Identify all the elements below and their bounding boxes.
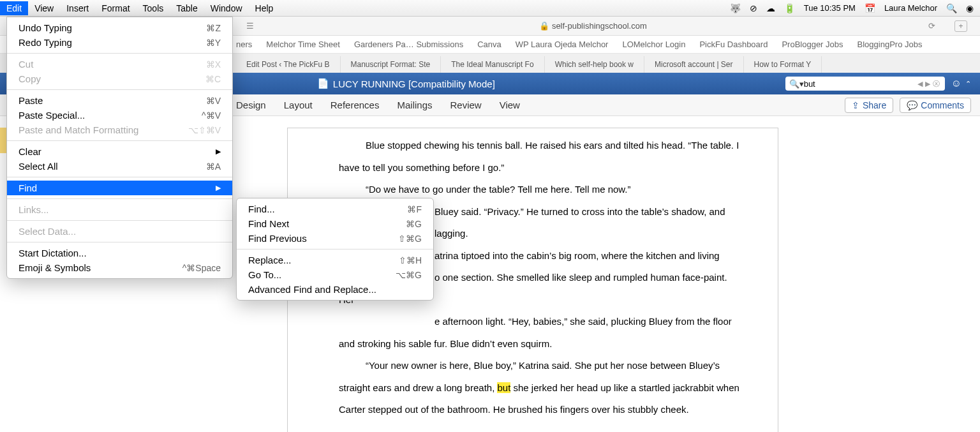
menu-paste-match: Paste and Match Formatting⌥⇧⌘V [7,123,232,137]
menu-separator [7,177,232,177]
submenu-arrow-icon: ▶ [216,147,221,156]
menu-separator [7,89,232,90]
battery-icon[interactable]: 🔋 [784,3,795,13]
browser-tab[interactable]: Which self-help book w [545,56,644,73]
menu-insert[interactable]: Insert [60,1,95,15]
menu-redo[interactable]: Redo Typing⌘Y [7,35,232,50]
bookmark-item[interactable]: LOMelchor Login [622,40,685,49]
paragraph: Blue stopped chewing his tennis ball. He… [339,135,739,179]
bookmark-item[interactable]: PickFu Dashboard [699,40,768,49]
menu-tools[interactable]: Tools [137,1,170,15]
ribbon-tab-design[interactable]: Design [236,100,266,110]
browser-tab[interactable]: Manuscript Format: Ste [341,56,442,73]
menu-separator [7,53,232,54]
bookmark-item[interactable]: WP Laura Ojeda Melchor [516,40,609,49]
link-icon[interactable]: ☁︎ [766,3,775,13]
feedback-icon[interactable]: ☺ [951,78,961,89]
menu-links: Links... [7,202,232,217]
menu-separator [7,198,232,199]
menu-edit[interactable]: Edit [0,1,28,15]
menu-view[interactable]: View [28,1,60,15]
menu-select-all[interactable]: Select All⌘A [7,159,232,174]
document-icon: 📄 [317,78,329,89]
menubar-username[interactable]: Laura Melchor [884,3,937,13]
menu-cut: Cut⌘X [7,57,232,71]
search-next-icon[interactable]: ▶ [924,80,932,88]
paragraph: “Your new owner is here, Blue boy,” Katr… [339,355,739,421]
menu-copy: Copy⌘C [7,71,232,86]
menu-separator [7,242,232,242]
bookmark-item[interactable]: Canva [477,40,501,49]
submenu-arrow-icon: ▶ [216,184,221,192]
menu-emoji[interactable]: Emoji & Symbols^⌘Space [7,260,232,275]
macos-menubar: Edit View Insert Format Tools Table Wind… [0,0,980,17]
ribbon-tab-mailings[interactable]: Mailings [397,100,432,110]
collapse-ribbon-icon[interactable]: ⌃ [965,80,971,88]
ribbon-tab-view[interactable]: View [500,100,520,110]
menubar-clock[interactable]: Tue 10:35 PM [804,3,856,13]
ribbon-tab-layout[interactable]: Layout [284,100,313,110]
document-title: LUCY RUNNING [Compatibility Mode] [333,78,495,89]
lock-icon: 🔒 [539,21,549,31]
bookmark-item[interactable]: BloggingPro Jobs [858,40,923,49]
comments-button[interactable]: 💬Comments [900,98,971,113]
browser-tab[interactable]: The Ideal Manuscript Fo [441,56,544,73]
ribbon-tab-review[interactable]: Review [450,100,482,110]
sidebar-toggle-icon[interactable]: ☰ [242,21,258,31]
submenu-goto[interactable]: Go To...⌥⌘G [237,267,433,282]
menu-help[interactable]: Help [249,1,280,15]
comment-icon: 💬 [907,100,917,110]
find-submenu: Find...⌘F Find Next⌘G Find Previous⇧⌘G R… [236,198,434,301]
search-prev-icon[interactable]: ◀ [916,80,924,88]
spotlight-icon[interactable]: 🔍 [946,3,957,13]
browser-tab[interactable]: Microsoft account | Ser [644,56,744,73]
share-button[interactable]: + [954,20,967,32]
document-search[interactable]: 🔍▾ ◀ ▶ ⓧ [785,77,945,91]
menu-separator [7,140,232,141]
browser-tab[interactable]: How to Format Y [744,56,822,73]
menu-separator [7,220,232,221]
search-clear-icon[interactable]: ⓧ [932,79,941,89]
menu-format[interactable]: Format [95,1,136,15]
search-icon: 🔍▾ [789,79,804,89]
menu-separator [237,249,433,250]
menu-clear[interactable]: Clear▶ [7,144,232,159]
wolf-icon[interactable]: 🐺 [730,3,741,13]
menu-dictation[interactable]: Start Dictation... [7,246,232,260]
ribbon-tab-references[interactable]: References [330,100,380,110]
menu-undo[interactable]: Undo Typing⌘Z [7,20,232,35]
edit-menu-dropdown: Undo Typing⌘Z Redo Typing⌘Y Cut⌘X Copy⌘C… [6,17,233,279]
menu-paste-special[interactable]: Paste Special...^⌘V [7,108,232,123]
bookmark-item[interactable]: ProBlogger Jobs [782,40,843,49]
check-icon[interactable]: ⊘ [750,3,757,13]
submenu-replace[interactable]: Replace...⇧⌘H [237,253,433,267]
browser-tab[interactable]: Edit Post ‹ The PickFu B [236,56,341,73]
browser-url[interactable]: 🔒 self-publishingschool.com [258,21,928,31]
share-icon: ⇪ [852,100,859,110]
bookmark-item[interactable]: Gardeners Pa… Submissions [354,40,463,49]
submenu-advanced[interactable]: Advanced Find and Replace... [237,282,433,297]
submenu-find-prev[interactable]: Find Previous⇧⌘G [237,231,433,246]
paragraph: e afternoon light. “Hey, babies,” she sa… [339,311,739,355]
siri-icon[interactable]: ◉ [966,3,974,13]
bookmark-item[interactable]: Melchor Time Sheet [266,40,340,49]
calendar-icon[interactable]: 📅 [865,3,875,13]
refresh-icon[interactable]: ⟳ [928,21,935,31]
share-button[interactable]: ⇪Share [845,98,893,113]
bookmark-item[interactable]: ners [236,40,252,49]
search-highlight: but [497,382,510,393]
menu-paste[interactable]: Paste⌘V [7,93,232,108]
menu-select-data: Select Data... [7,224,232,239]
submenu-find-next[interactable]: Find Next⌘G [237,216,433,231]
menu-find[interactable]: Find▶ [7,181,232,195]
search-input[interactable] [804,79,916,89]
menu-window[interactable]: Window [204,1,249,15]
menu-table[interactable]: Table [170,1,204,15]
submenu-find[interactable]: Find...⌘F [237,202,433,216]
